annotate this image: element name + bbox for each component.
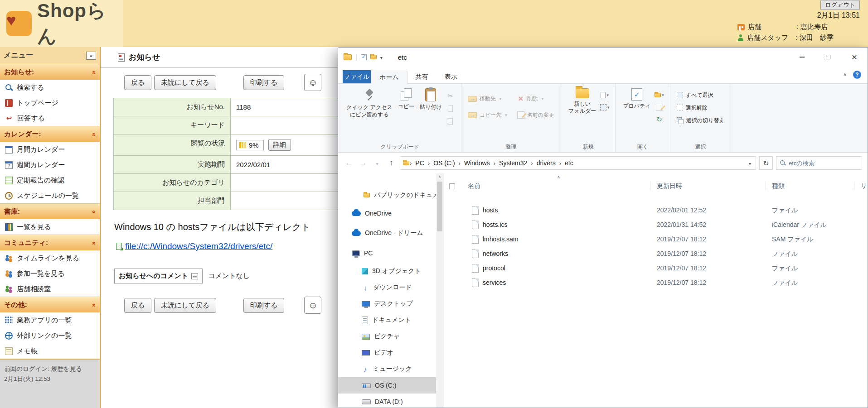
rename-button[interactable]: 名前の変更 — [515, 109, 556, 121]
column-type[interactable]: 種類 — [772, 182, 785, 190]
emoticon-button[interactable]: ☺ — [304, 74, 321, 91]
history-link[interactable]: 履歴を見る — [51, 365, 82, 372]
file-row-networks[interactable]: networks 2019/12/07 18:12 ファイル — [444, 247, 868, 261]
tab-home[interactable]: ホーム — [371, 71, 407, 84]
breadcrumb-separator[interactable] — [494, 160, 495, 167]
properties-button[interactable]: プロパティ — [620, 86, 653, 110]
nav-item-pc[interactable]: PC — [338, 243, 436, 263]
refresh-icon[interactable] — [759, 156, 773, 170]
breadcrumb-drivers[interactable]: drivers — [533, 159, 559, 167]
explorer-search-input[interactable] — [789, 160, 868, 167]
explorer-search-box[interactable] — [776, 156, 862, 170]
column-modified[interactable]: 更新日時 — [657, 182, 682, 190]
forward-icon[interactable] — [358, 158, 369, 168]
easy-access-icon[interactable] — [599, 101, 611, 113]
column-name[interactable]: 名前 — [468, 182, 480, 190]
sidebar-section-archive[interactable]: 書庫: — [0, 203, 100, 219]
nav-item-onedrive-dream[interactable]: OneDrive - ドリーム — [338, 223, 436, 243]
nav-item-3d-objects[interactable]: 3D オブジェクト — [338, 263, 436, 279]
sidebar-item-external-links[interactable]: 外部リンクの一覧 — [0, 328, 100, 343]
move-to-button[interactable]: 移動先 — [466, 93, 509, 105]
nav-item-documents[interactable]: ドキュメント — [338, 312, 436, 328]
tab-view[interactable]: 表示 — [436, 70, 466, 83]
paste-shortcut-icon[interactable] — [445, 115, 456, 127]
menu-collapse-icon[interactable] — [86, 52, 96, 60]
hosts-file-link[interactable]: file://c:/Windows/System32/drivers/etc/ — [125, 241, 272, 251]
file-row-lmhosts-sam[interactable]: lmhosts.sam 2019/12/07 18:12 SAM ファイル — [444, 232, 868, 247]
sidebar-item-memo[interactable]: メモ帳 — [0, 343, 100, 359]
print-button[interactable]: 印刷する — [243, 298, 285, 313]
new-item-icon[interactable] — [599, 89, 611, 101]
maximize-button[interactable] — [815, 48, 841, 67]
copy-to-button[interactable]: コピー先 — [466, 109, 509, 121]
sidebar-item-schedule-list[interactable]: スケジュールの一覧 — [0, 188, 100, 203]
file-row-services[interactable]: services 2019/12/07 18:12 ファイル — [444, 276, 868, 290]
sidebar-item-consult-room[interactable]: 店舗相談室 — [0, 281, 100, 297]
mark-unread-back-button[interactable]: 未読にして戻る — [154, 298, 216, 313]
back-button[interactable]: 戻る — [124, 75, 151, 90]
edit-icon[interactable] — [654, 101, 665, 113]
address-bar[interactable]: PC OS (C:) Windows System32 drivers etc — [400, 156, 756, 170]
history-icon[interactable] — [654, 114, 665, 125]
sidebar-item-search[interactable]: 検索する — [0, 80, 100, 95]
minimize-button[interactable] — [789, 48, 815, 67]
breadcrumb-separator[interactable] — [459, 160, 461, 167]
sidebar-item-archive-list[interactable]: 一覧を見る — [0, 219, 100, 235]
emoticon-button[interactable]: ☺ — [304, 297, 321, 314]
sidebar-item-toppage[interactable]: トップページ — [0, 95, 100, 110]
comment-icon[interactable] — [191, 273, 198, 279]
breadcrumb-os-c[interactable]: OS (C:) — [430, 159, 458, 167]
qat-new-folder-icon[interactable] — [370, 55, 377, 59]
tab-file[interactable]: ファイル — [343, 70, 371, 83]
sidebar-section-community[interactable]: コミュニティ: — [0, 235, 100, 250]
sidebar-item-participation[interactable]: 参加一覧を見る — [0, 266, 100, 281]
back-button[interactable]: 戻る — [124, 298, 151, 313]
sidebar-item-month-calendar[interactable]: 月間カレンダー — [0, 142, 100, 157]
scroll-up-icon[interactable] — [436, 173, 443, 181]
paste-button[interactable]: 貼り付け — [417, 86, 445, 111]
mark-unread-back-button[interactable]: 未読にして戻る — [154, 75, 216, 90]
file-row-protocol[interactable]: protocol 2019/12/07 18:12 ファイル — [444, 261, 868, 276]
nav-item-public-documents[interactable]: パブリックのドキュメ — [338, 187, 436, 203]
ribbon-collapse-icon[interactable] — [843, 72, 847, 77]
sidebar-section-other[interactable]: その他: — [0, 297, 100, 312]
sidebar-item-answer[interactable]: 回答する — [0, 110, 100, 126]
sidebar-item-timeline[interactable]: タイムラインを見る — [0, 250, 100, 266]
column-size[interactable]: サ — [861, 182, 867, 190]
back-icon[interactable] — [344, 158, 354, 168]
sidebar-section-notice[interactable]: お知らせ: — [0, 64, 100, 80]
breadcrumb-separator[interactable] — [531, 160, 533, 167]
nav-item-downloads[interactable]: ダウンロード — [338, 279, 436, 296]
copy-button[interactable]: コピー — [395, 86, 417, 110]
copy-path-icon[interactable] — [445, 103, 456, 114]
select-none-button[interactable]: 選択解除 — [675, 102, 727, 114]
nav-item-os-c[interactable]: OS (C:) — [338, 377, 436, 394]
nav-scrollbar[interactable] — [436, 173, 443, 408]
qat-properties-check-icon[interactable] — [361, 54, 367, 60]
breadcrumb-separator[interactable] — [410, 160, 412, 167]
sidebar-item-report-check[interactable]: 定期報告の確認 — [0, 173, 100, 188]
sidebar-section-calendar[interactable]: カレンダー: — [0, 126, 100, 142]
cut-icon[interactable] — [445, 90, 456, 101]
scrollbar-thumb[interactable] — [437, 182, 442, 231]
close-button[interactable] — [841, 48, 868, 67]
header-checkbox[interactable] — [449, 183, 455, 189]
nav-item-pictures[interactable]: ピクチャ — [338, 328, 436, 345]
pin-to-quick-access-button[interactable]: クイック アクセスにピン留めする — [344, 86, 395, 118]
tab-share[interactable]: 共有 — [407, 70, 436, 83]
sidebar-item-week-calendar[interactable]: 週間カレンダー — [0, 157, 100, 173]
breadcrumb-etc[interactable]: etc — [562, 159, 577, 167]
sidebar-item-business-apps[interactable]: 業務アプリの一覧 — [0, 312, 100, 328]
breadcrumb-windows[interactable]: Windows — [461, 159, 493, 167]
help-icon[interactable] — [853, 71, 861, 79]
breadcrumb-separator[interactable] — [428, 160, 430, 167]
breadcrumb-separator[interactable] — [559, 160, 561, 167]
breadcrumb-pc[interactable]: PC — [412, 159, 427, 167]
file-row-hosts-ics[interactable]: hosts.ics 2022/01/31 14:52 iCalendar ファイ… — [444, 218, 868, 232]
new-folder-button[interactable]: 新しいフォルダー — [566, 86, 599, 115]
nav-item-desktop[interactable]: デスクトップ — [338, 296, 436, 312]
nav-item-videos[interactable]: ビデオ — [338, 345, 436, 361]
delete-button[interactable]: 削除 — [515, 93, 556, 105]
recent-locations-dropdown-icon[interactable] — [372, 158, 383, 168]
file-row-hosts[interactable]: hosts 2022/02/01 12:52 ファイル — [444, 203, 868, 218]
